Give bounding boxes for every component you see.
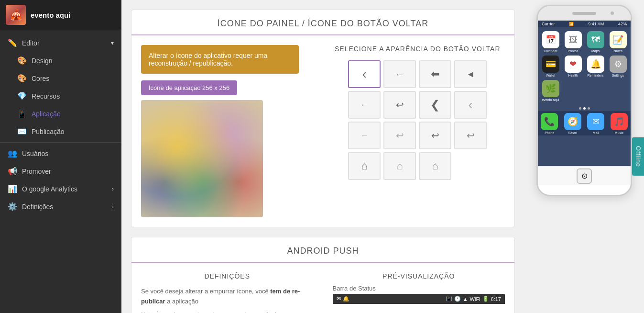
dot-2: [583, 107, 586, 110]
evento-label: evento aqui: [542, 98, 559, 101]
sidebar-item-design[interactable]: 🎨 Design: [0, 52, 121, 69]
phone-outer: Carrier 📶 9:41 AM 42% 📅 Calendar 🖼 Photo…: [536, 5, 632, 196]
sidebar-header: 🎪 evento aqui: [0, 0, 121, 30]
back-btn-6[interactable]: ❮: [419, 91, 451, 119]
wifi-icon: WiFi: [470, 296, 480, 302]
sidebar: 🎪 evento aqui ✏️ Editor ▾ 🎨 Design 🎨 Cor…: [0, 0, 121, 313]
calendar-icon: 📅: [542, 31, 559, 48]
recursos-icon: 💎: [17, 91, 27, 101]
phone-app-grid-row1: 📅 Calendar 🖼 Photos 🗺 Maps 📝 Notes: [538, 27, 631, 105]
envelope-icon: ✉: [337, 296, 341, 302]
back-btn-home-2[interactable]: ⌂: [383, 152, 416, 180]
phone-home-button[interactable]: ⊙: [577, 168, 592, 184]
sidebar-item-publicacao[interactable]: ✉️ Publicação: [0, 123, 121, 140]
wallet-label: Wallet: [546, 74, 555, 77]
back-btn-home-1[interactable]: ⌂: [348, 152, 381, 180]
sidebar-item-label: Aplicação: [32, 110, 61, 118]
back-btn-7[interactable]: ‹: [454, 91, 487, 119]
status-icons-right: 📳 🕐 ▲ WiFi 🔋 6:17: [446, 296, 501, 302]
back-btn-9[interactable]: ↩: [383, 122, 416, 149]
back-btn-8[interactable]: ←: [348, 122, 381, 149]
signal-icon: ▲: [463, 296, 468, 302]
time-display: 6:17: [491, 296, 501, 302]
phone-icon: 📞: [541, 113, 558, 130]
android-section-title: ANDROID PUSH: [131, 237, 514, 263]
sidebar-item-label: Definições: [22, 203, 53, 211]
back-btn-home-3[interactable]: ⌂: [419, 152, 451, 180]
back-btn-4[interactable]: ←: [348, 91, 381, 119]
panel-section-title: ÍCONE DO PAINEL / ÍCONE DO BOTÃO VOLTAR: [131, 10, 514, 35]
main-content: ÍCONE DO PAINEL / ÍCONE DO BOTÃO VOLTAR …: [121, 0, 524, 313]
phone-camera: [611, 11, 614, 15]
back-btn-5[interactable]: ↩: [383, 91, 416, 119]
back-btn-10[interactable]: ↩: [419, 122, 451, 149]
evento-icon: 🌿: [542, 80, 559, 97]
sidebar-item-label: Design: [32, 57, 53, 65]
editor-icon: ✏️: [8, 38, 17, 47]
back-btn-0[interactable]: ‹: [348, 60, 381, 88]
phone-bottom-bar: 📞 Phone 🧭 Safari ✉ Mail 🎵 Music: [538, 112, 631, 135]
panel-section-body: Alterar o ícone do aplicativo requer uma…: [131, 35, 514, 227]
icon-preview-image: [141, 100, 263, 217]
back-btn-3[interactable]: ◄: [454, 60, 487, 88]
settings-label: Settings: [612, 74, 624, 77]
android-preview: PRÉ-VISUALIZAÇÃO Barra de Status ✉ 🔔 📳 🕐…: [333, 272, 505, 313]
wifi-signal-icon: 📶: [569, 22, 574, 26]
reminders-icon: 🔔: [587, 56, 604, 73]
sidebar-item-cores[interactable]: 🎨 Cores: [0, 69, 121, 87]
maps-icon: 🗺: [587, 31, 604, 48]
sidebar-item-label: Publicação: [32, 128, 65, 135]
sidebar-item-google-analytics[interactable]: 📊 O google Analytics ›: [0, 180, 121, 198]
phone-top-bar: [538, 6, 631, 21]
app-name: evento aqui: [31, 11, 70, 19]
back-btn-1[interactable]: ←: [383, 60, 416, 88]
battery-icon: 🔋: [482, 296, 489, 302]
android-status-bar: ✉ 🔔 📳 🕐 ▲ WiFi 🔋 6:17: [333, 294, 505, 304]
android-status-label: Barra de Status: [333, 285, 505, 292]
back-btn-11[interactable]: ↩: [454, 122, 487, 149]
sidebar-item-label: Cores: [32, 75, 49, 82]
sidebar-item-aplicacao[interactable]: 📱 Aplicação: [0, 105, 121, 123]
icon-preview[interactable]: [141, 100, 263, 217]
sidebar-nav: ✏️ Editor ▾ 🎨 Design 🎨 Cores 💎 Recursos …: [0, 30, 121, 219]
photos-label: Photos: [568, 49, 579, 53]
phone-app-photos: 🖼 Photos: [563, 31, 583, 53]
dot-1: [579, 107, 581, 110]
warning-box: Alterar o ícone do aplicativo requer uma…: [141, 45, 299, 74]
safari-label: Safari: [568, 131, 577, 134]
analytics-icon: 📊: [8, 184, 17, 193]
vibrate-icon: 📳: [446, 296, 452, 302]
phone-speaker: [572, 12, 596, 15]
offline-badge: Offline: [632, 137, 644, 176]
android-section-body: DEFINIÇÕES Se você deseja alterar a empu…: [131, 263, 514, 313]
music-label: Music: [615, 131, 623, 134]
wallet-icon: 💳: [542, 56, 559, 73]
back-button-selector: SELECIONE A APARÊNCIA DO BOTÃO VOLTAR ‹ …: [330, 45, 505, 217]
notes-label: Notes: [613, 49, 622, 53]
chevron-right-icon-2: ›: [112, 203, 114, 210]
usuarios-icon: 👥: [8, 149, 17, 158]
android-push-section: ANDROID PUSH DEFINIÇÕES Se você deseja a…: [131, 237, 515, 313]
back-btn-2[interactable]: ⬅: [419, 60, 451, 88]
health-icon: ❤: [565, 56, 582, 73]
icon-size-button[interactable]: Ícone de aplicação 256 x 256: [141, 80, 237, 95]
status-icons-left: ✉ 🔔: [337, 296, 349, 302]
design-icon: 🎨: [17, 56, 27, 65]
notes-icon: 📝: [610, 31, 627, 48]
sidebar-item-usuarios[interactable]: 👥 Usuários: [0, 145, 121, 162]
publicacao-icon: ✉️: [17, 127, 27, 136]
page-dots: [538, 105, 631, 112]
phone-app-wallet: 💳 Wallet: [541, 56, 560, 77]
sidebar-item-recursos[interactable]: 💎 Recursos: [0, 87, 121, 105]
promover-icon: 📢: [8, 167, 17, 176]
phone-app-maps: 🗺 Maps: [586, 31, 605, 53]
sidebar-item-label: Promover: [22, 168, 51, 175]
app-logo: 🎪: [6, 5, 26, 25]
phone-bottom-label: Phone: [545, 131, 554, 134]
sidebar-item-editor[interactable]: ✏️ Editor ▾: [0, 34, 121, 52]
sidebar-item-label: Editor: [22, 39, 40, 47]
sidebar-item-definicoes[interactable]: ⚙️ Definições ›: [0, 198, 121, 215]
android-preview-title: PRÉ-VISUALIZAÇÃO: [333, 272, 505, 280]
dot-3: [588, 107, 590, 110]
sidebar-item-promover[interactable]: 📢 Promover: [0, 162, 121, 180]
